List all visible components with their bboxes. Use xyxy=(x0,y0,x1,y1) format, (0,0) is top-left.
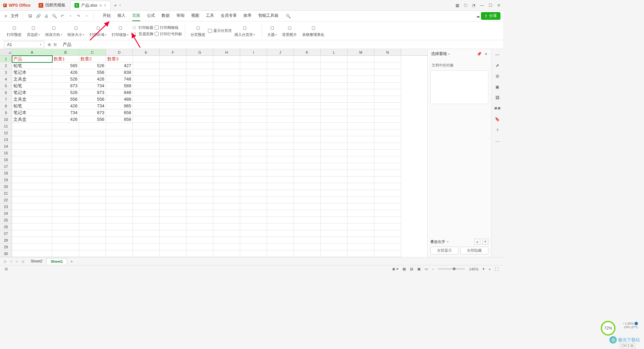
cell-A23[interactable] xyxy=(12,203,52,210)
cell-L18[interactable] xyxy=(321,170,347,177)
cell-M26[interactable] xyxy=(347,223,374,230)
cell-I19[interactable] xyxy=(240,177,267,183)
cell-C21[interactable] xyxy=(79,190,106,197)
cell-J2[interactable] xyxy=(267,62,294,69)
cell-C24[interactable] xyxy=(79,210,106,217)
cell-N13[interactable] xyxy=(374,136,401,143)
cell-A25[interactable] xyxy=(12,217,52,223)
cell-H13[interactable] xyxy=(213,136,240,143)
tab-dropdown[interactable]: ▾ xyxy=(119,4,121,7)
cell-K29[interactable] xyxy=(294,244,321,250)
ribbon-分页预览[interactable]: ▢分页预览 xyxy=(188,24,208,37)
cell-A5[interactable]: 铅笔 xyxy=(12,83,52,89)
cell-I12[interactable] xyxy=(240,130,267,136)
view-layout-icon[interactable]: ▣ xyxy=(415,267,423,271)
cell-L3[interactable] xyxy=(321,69,347,76)
status-menu-icon[interactable]: ⊟ xyxy=(3,267,10,271)
close-icon[interactable]: × xyxy=(104,3,106,8)
zoom-in-icon[interactable]: + xyxy=(487,267,493,271)
col-header-K[interactable]: K xyxy=(294,49,321,55)
row-header-1[interactable]: 1 xyxy=(0,56,12,62)
cell-L9[interactable] xyxy=(321,109,347,116)
cell-G6[interactable] xyxy=(186,89,213,96)
sheet-last-icon[interactable]: >| xyxy=(20,259,25,263)
row-header-19[interactable]: 19 xyxy=(0,177,12,183)
cell-L22[interactable] xyxy=(321,197,347,203)
cell-B26[interactable] xyxy=(52,223,79,230)
redo-dd-icon[interactable]: ▾ xyxy=(84,13,90,19)
cell-B9[interactable]: 734 xyxy=(52,109,79,116)
cell-N26[interactable] xyxy=(374,223,401,230)
cell-D28[interactable] xyxy=(106,237,133,244)
view-pagebreak-icon[interactable]: ▤ xyxy=(408,267,415,271)
cell-I25[interactable] xyxy=(240,217,267,223)
ribbon-插入分页符[interactable]: ▢插入分页符 ▾ xyxy=(232,24,258,37)
undo-icon[interactable]: ↶ xyxy=(59,13,65,19)
cell-I28[interactable] xyxy=(240,237,267,244)
cell-D30[interactable] xyxy=(106,250,133,257)
cell-A21[interactable] xyxy=(12,190,52,197)
cell-D5[interactable]: 589 xyxy=(106,83,133,89)
hamburger-icon[interactable]: ≡ xyxy=(3,13,9,19)
cell-J25[interactable] xyxy=(267,217,294,223)
cell-F10[interactable] xyxy=(160,116,186,123)
fx-icon[interactable]: fx xyxy=(54,42,57,47)
cell-K27[interactable] xyxy=(294,230,321,237)
cell-F28[interactable] xyxy=(160,237,186,244)
cell-L28[interactable] xyxy=(321,237,347,244)
cloud-icon[interactable]: ☁ xyxy=(475,13,481,19)
cell-F29[interactable] xyxy=(160,244,186,250)
cell-E13[interactable] xyxy=(133,136,160,143)
cell-C26[interactable] xyxy=(79,223,106,230)
col-header-B[interactable]: B xyxy=(52,49,79,55)
cell-L12[interactable] xyxy=(321,130,347,136)
cell-A2[interactable]: 铅笔 xyxy=(12,62,52,69)
cell-G15[interactable] xyxy=(186,150,213,156)
cell-C23[interactable] xyxy=(79,203,106,210)
cell-C18[interactable] xyxy=(79,170,106,177)
col-header-E[interactable]: E xyxy=(133,49,160,55)
cell-G17[interactable] xyxy=(186,163,213,170)
cell-F27[interactable] xyxy=(160,230,186,237)
cell-G3[interactable] xyxy=(186,69,213,76)
cell-N10[interactable] xyxy=(374,116,401,123)
cell-H30[interactable] xyxy=(213,250,240,257)
cell-N6[interactable] xyxy=(374,89,401,96)
cell-K15[interactable] xyxy=(294,150,321,156)
row-header-24[interactable]: 24 xyxy=(0,210,12,217)
cell-F1[interactable] xyxy=(160,56,186,62)
cell-K8[interactable] xyxy=(294,103,321,109)
row-header-10[interactable]: 10 xyxy=(0,116,12,123)
cell-K28[interactable] xyxy=(294,237,321,244)
cell-B22[interactable] xyxy=(52,197,79,203)
layers-icon[interactable]: ▣ xyxy=(495,85,499,89)
cell-L29[interactable] xyxy=(321,244,347,250)
row-header-29[interactable]: 29 xyxy=(0,244,12,250)
cell-E10[interactable] xyxy=(133,116,160,123)
cell-B13[interactable] xyxy=(52,136,79,143)
cell-G11[interactable] xyxy=(186,123,213,130)
cell-L6[interactable] xyxy=(321,89,347,96)
cell-E18[interactable] xyxy=(133,170,160,177)
cell-J22[interactable] xyxy=(267,197,294,203)
cell-H1[interactable] xyxy=(213,56,240,62)
cell-N12[interactable] xyxy=(374,130,401,136)
row-header-2[interactable]: 2 xyxy=(0,62,12,69)
cell-C16[interactable] xyxy=(79,156,106,163)
col-header-L[interactable]: L xyxy=(321,49,347,55)
cell-L8[interactable] xyxy=(321,103,347,109)
cell-B28[interactable] xyxy=(52,237,79,244)
sheet-prev-icon[interactable]: < xyxy=(9,259,13,263)
cell-A10[interactable]: 文具盒 xyxy=(12,116,52,123)
row-header-13[interactable]: 13 xyxy=(0,136,12,143)
spreadsheet-grid[interactable]: ◢ABCDEFGHIJKLMN 1产品数量1数量2数量32铅笔565526427… xyxy=(0,49,427,257)
cell-E29[interactable] xyxy=(133,244,160,250)
cell-A12[interactable] xyxy=(12,130,52,136)
search-icon[interactable]: 🔍 xyxy=(285,13,291,19)
cell-C7[interactable]: 556 xyxy=(79,96,106,103)
cell-F14[interactable] xyxy=(160,143,186,150)
cell-I29[interactable] xyxy=(240,244,267,250)
cell-D6[interactable]: 848 xyxy=(106,89,133,96)
select-tool-icon[interactable]: ⬈ xyxy=(496,63,499,68)
cell-J12[interactable] xyxy=(267,130,294,136)
